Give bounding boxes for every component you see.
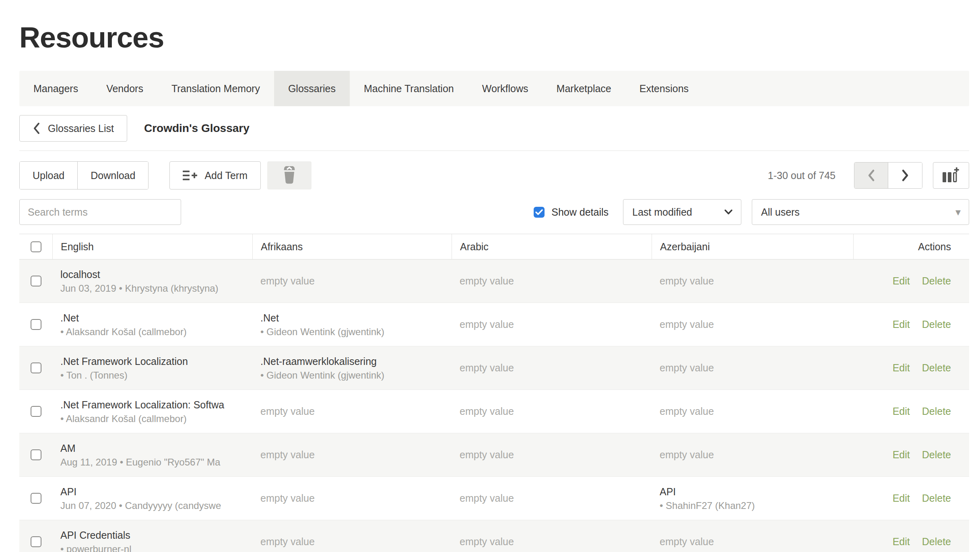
term-text: .Net (260, 311, 444, 325)
term-cell-afrikaans: empty value (252, 477, 452, 520)
row-checkbox[interactable] (31, 493, 41, 504)
term-detail: • Ton . (Tonnes) (60, 369, 244, 382)
term-cell-afrikaans: empty value (252, 433, 452, 476)
delete-link[interactable]: Delete (922, 319, 951, 330)
empty-value: empty value (460, 536, 644, 548)
edit-link[interactable]: Edit (893, 275, 910, 287)
term-cell-azerbaijani: empty value (652, 433, 853, 476)
delete-link[interactable]: Delete (922, 406, 951, 417)
chevron-right-icon (901, 169, 910, 182)
term-cell-arabic: empty value (452, 346, 652, 389)
term-text: API (660, 484, 845, 499)
manage-columns-button[interactable] (933, 162, 969, 189)
glossary-title: Crowdin's Glossary (144, 122, 250, 135)
empty-value: empty value (260, 275, 444, 287)
pagination-range: 1-30 out of 745 (768, 170, 836, 181)
show-details-checkbox[interactable] (534, 207, 545, 218)
triangle-down-icon: ▾ (955, 207, 961, 217)
next-page-button[interactable] (888, 163, 922, 188)
add-term-label: Add Term (204, 170, 248, 181)
edit-link[interactable]: Edit (893, 362, 910, 374)
table-row: .Net Framework Localization: Softwa• Ala… (19, 389, 969, 433)
glossaries-list-button[interactable]: Glossaries List (19, 115, 127, 142)
empty-value: empty value (660, 406, 845, 417)
row-checkbox[interactable] (31, 449, 41, 460)
delete-link[interactable]: Delete (922, 492, 951, 504)
select-all-checkbox[interactable] (31, 241, 41, 252)
table-header: English Afrikaans Arabic Azerbaijani Act… (19, 234, 969, 260)
row-checkbox[interactable] (31, 406, 41, 417)
search-input[interactable] (19, 199, 181, 225)
term-text: .Net Framework Localization: Softwa (60, 398, 244, 412)
row-checkbox[interactable] (31, 363, 41, 373)
filter-row: Show details Last modified All users ▾ (19, 199, 969, 225)
term-cell-english: API Credentials• powerburner-nl (52, 520, 252, 552)
term-text: API Credentials (60, 528, 244, 542)
column-header-actions: Actions (853, 234, 969, 259)
add-term-button[interactable]: Add Term (169, 161, 261, 189)
tab-translation-memory[interactable]: Translation Memory (157, 71, 274, 106)
tab-managers[interactable]: Managers (19, 71, 92, 106)
edit-link[interactable]: Edit (893, 319, 910, 330)
tab-workflows[interactable]: Workflows (468, 71, 543, 106)
term-cell-english: .Net• Alaksandr Košal (callmebor) (52, 303, 252, 346)
filter-right: Show details Last modified All users ▾ (534, 199, 969, 225)
empty-value: empty value (660, 362, 845, 374)
delete-link[interactable]: Delete (922, 536, 951, 548)
term-detail: • powerburner-nl (60, 542, 244, 552)
table-row: API Credentials• powerburner-nl empty va… (19, 520, 969, 552)
term-cell-afrikaans: empty value (252, 520, 452, 552)
tab-marketplace[interactable]: Marketplace (543, 71, 625, 106)
show-details-toggle[interactable]: Show details (534, 206, 609, 218)
delete-selected-button[interactable] (267, 161, 312, 189)
table-row: APIJun 07, 2020 • Candyyyyy (candyswe em… (19, 476, 969, 520)
row-checkbox[interactable] (31, 276, 41, 286)
list-plus-icon (183, 170, 197, 181)
term-cell-english: APIJun 07, 2020 • Candyyyyy (candyswe (52, 477, 252, 520)
toolbar-right: 1-30 out of 745 (768, 162, 969, 189)
edit-link[interactable]: Edit (893, 406, 910, 417)
edit-link[interactable]: Edit (893, 536, 910, 548)
table-row: .Net• Alaksandr Košal (callmebor) .Net• … (19, 303, 969, 346)
delete-link[interactable]: Delete (922, 362, 951, 374)
term-detail: • Gideon Wentink (gjwentink) (260, 325, 444, 339)
term-text: API (60, 484, 244, 499)
sort-select-value: Last modified (632, 206, 692, 218)
term-cell-afrikaans: .Net-raamwerklokalisering• Gideon Wentin… (252, 346, 452, 389)
show-details-label: Show details (551, 206, 609, 218)
term-cell-azerbaijani: empty value (652, 346, 853, 389)
column-header-afrikaans: Afrikaans (252, 234, 452, 259)
prev-page-button[interactable] (854, 163, 888, 188)
download-button[interactable]: Download (77, 162, 148, 189)
tab-machine-translation[interactable]: Machine Translation (350, 71, 468, 106)
row-checkbox[interactable] (31, 536, 41, 547)
empty-value: empty value (260, 536, 444, 548)
glossary-table-body: localhostJun 03, 2019 • Khrystyna (khrys… (19, 260, 969, 552)
edit-link[interactable]: Edit (893, 492, 910, 504)
user-filter-select[interactable]: All users ▾ (752, 199, 969, 225)
term-cell-english: .Net Framework Localization• Ton . (Tonn… (52, 346, 252, 389)
chevron-left-icon (867, 169, 876, 182)
tab-glossaries[interactable]: Glossaries (274, 71, 350, 106)
delete-link[interactable]: Delete (922, 275, 951, 287)
empty-value: empty value (460, 449, 644, 461)
toolbar: Upload Download Add Term 1-30 out of 745 (19, 161, 969, 189)
upload-button[interactable]: Upload (20, 162, 77, 189)
term-cell-english: AMAug 11, 2019 • Eugenio "Ryo567" Ma (52, 433, 252, 476)
sort-select[interactable]: Last modified (623, 199, 741, 225)
upload-download-group: Upload Download (19, 161, 149, 189)
column-header-arabic: Arabic (452, 234, 652, 259)
term-cell-arabic: empty value (452, 433, 652, 476)
page-title: Resources (19, 21, 969, 54)
term-text: .Net (60, 311, 244, 325)
empty-value: empty value (660, 275, 845, 287)
tab-extensions[interactable]: Extensions (625, 71, 703, 106)
edit-link[interactable]: Edit (893, 449, 910, 461)
delete-link[interactable]: Delete (922, 449, 951, 461)
trash-icon (281, 166, 298, 185)
column-header-azerbaijani: Azerbaijani (652, 234, 853, 259)
term-cell-english: .Net Framework Localization: Softwa• Ala… (52, 390, 252, 433)
tab-vendors[interactable]: Vendors (92, 71, 157, 106)
row-checkbox[interactable] (31, 319, 41, 330)
term-cell-arabic: empty value (452, 477, 652, 520)
